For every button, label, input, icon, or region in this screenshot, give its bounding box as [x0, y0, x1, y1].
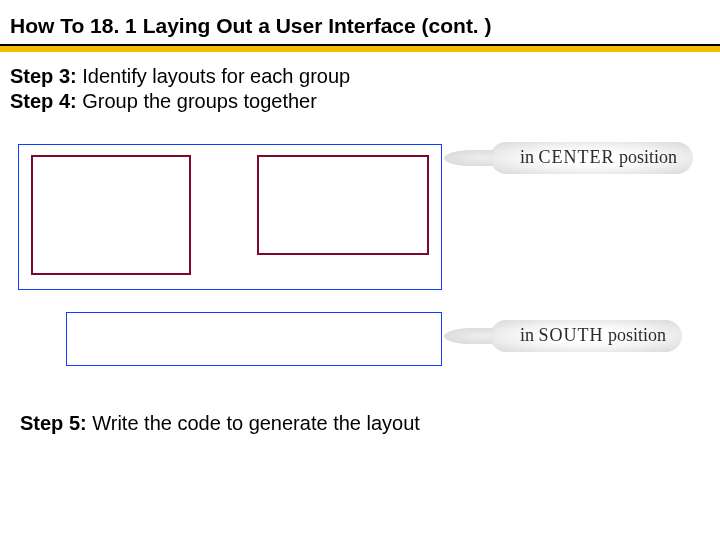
steps-top-block: Step 3: Identify layouts for each group …	[10, 64, 350, 114]
step-5-text: Write the code to generate the layout	[92, 412, 420, 434]
step-3-text: Identify layouts for each group	[82, 65, 350, 87]
callout-center: in CENTER position	[490, 142, 693, 174]
center-container-box	[18, 144, 442, 290]
callout-south-word: SOUTH	[539, 325, 604, 345]
step-5-line: Step 5: Write the code to generate the l…	[20, 412, 420, 435]
slide-title: How To 18. 1 Laying Out a User Interface…	[10, 14, 492, 38]
title-rule-yellow	[0, 46, 720, 52]
callout-center-suffix: position	[615, 147, 678, 167]
step-4-label: Step 4:	[10, 90, 82, 112]
step-4-line: Step 4: Group the groups together	[10, 89, 350, 114]
callout-south-prefix: in	[520, 325, 539, 345]
callout-center-word: CENTER	[539, 147, 615, 167]
step-3-line: Step 3: Identify layouts for each group	[10, 64, 350, 89]
slide: How To 18. 1 Laying Out a User Interface…	[0, 0, 720, 540]
callout-south-suffix: position	[604, 325, 667, 345]
layout-diagram: in CENTER position in SOUTH position	[0, 120, 720, 420]
step-3-label: Step 3:	[10, 65, 82, 87]
callout-center-prefix: in	[520, 147, 539, 167]
step-4-text: Group the groups together	[82, 90, 317, 112]
center-inner-left-box	[31, 155, 191, 275]
south-container-box	[66, 312, 442, 366]
step-5-label: Step 5:	[20, 412, 92, 434]
callout-south: in SOUTH position	[490, 320, 682, 352]
center-inner-right-box	[257, 155, 429, 255]
